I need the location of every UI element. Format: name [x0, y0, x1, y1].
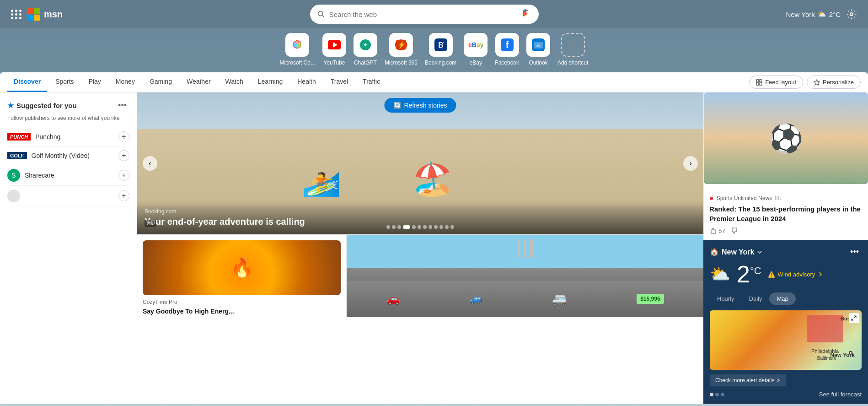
svg-rect-27	[760, 80, 762, 82]
like-button[interactable]: 57	[709, 227, 725, 234]
star-icon	[814, 79, 820, 86]
shortcut-add[interactable]: Add shortcut	[557, 33, 588, 66]
weather-alert-details-button[interactable]: Check more alert details	[710, 374, 786, 386]
weather-dot-2[interactable]	[715, 393, 719, 396]
tab-health[interactable]: Health	[291, 72, 322, 92]
side-article[interactable]: ⚽ ● Sports Unlimited News 8h Ranked: The…	[703, 92, 868, 240]
carousel-dot-7[interactable]	[423, 225, 427, 229]
search-input[interactable]	[329, 11, 515, 18]
tab-gaming[interactable]: Gaming	[143, 72, 178, 92]
weather-header: 🏠 New York •••	[710, 246, 862, 258]
shortcut-label-outlook: Outlook	[529, 60, 547, 66]
msn-logo[interactable]: msn	[27, 7, 63, 22]
alert-details-text: Check more alert details	[715, 377, 774, 384]
shortcut-outlook[interactable]: ✉ Outlook	[526, 33, 550, 66]
svg-text:✦: ✦	[363, 41, 368, 49]
carousel-dot-11[interactable]	[445, 225, 449, 229]
tab-play[interactable]: Play	[82, 72, 107, 92]
tab-learning[interactable]: Learning	[252, 72, 289, 92]
tab-discover[interactable]: Discover	[7, 72, 47, 92]
map-expand-button[interactable]	[849, 313, 859, 323]
weather-dot-1[interactable]	[710, 393, 713, 396]
carousel-dot-6[interactable]	[418, 225, 421, 229]
carousel-dot-5[interactable]	[412, 225, 416, 229]
weather-tab-hourly[interactable]: Hourly	[710, 292, 742, 305]
carousel-dot-9[interactable]	[434, 225, 438, 229]
nav-actions: Feed layout Personalize	[749, 76, 861, 89]
carousel-dot-3[interactable]	[397, 225, 401, 229]
dislike-button[interactable]	[730, 227, 738, 234]
weather-map[interactable]: Boston Philadelphia Baltimore New York	[710, 310, 862, 370]
carousel-dot-4[interactable]	[403, 225, 410, 229]
shortcut-microsoft-copilot[interactable]: Microsoft Co...	[280, 33, 315, 66]
card-cars[interactable]: 🚗 🚙 🚐 $15,995	[347, 235, 703, 321]
weather-location[interactable]: 🏠 New York	[710, 248, 762, 256]
add-publisher-punch[interactable]: +	[118, 131, 129, 142]
soccer-image: ⚽	[704, 92, 868, 184]
carousel-prev-button[interactable]: ‹	[143, 156, 157, 171]
search-bar[interactable]	[310, 5, 539, 24]
tab-sports[interactable]: Sports	[49, 72, 80, 92]
feed-layout-label: Feed layout	[765, 79, 796, 86]
add-publisher-extra[interactable]: +	[118, 190, 129, 201]
shortcut-label-youtube: YouTube	[323, 60, 345, 66]
shortcut-booking[interactable]: B • Booking.com	[425, 33, 456, 66]
search-icon	[317, 11, 325, 18]
see-full-forecast-link[interactable]: See full forecast	[819, 391, 862, 398]
settings-icon[interactable]	[846, 9, 857, 20]
app-grid-icon[interactable]	[11, 10, 22, 19]
weather-alert-badge: ⚠️ Wind advisory	[768, 271, 824, 278]
personalize-button[interactable]: Personalize	[807, 76, 861, 89]
carousel-dot-8[interactable]	[429, 225, 432, 229]
header-weather[interactable]: New York ⛅ 2°C	[786, 10, 841, 18]
tab-watch[interactable]: Watch	[219, 72, 250, 92]
publisher-item-sharecare: S Sharecare +	[7, 165, 129, 186]
hero-source: Booking.com	[145, 208, 696, 215]
weather-more-button[interactable]: •••	[847, 246, 862, 258]
feed-layout-button[interactable]: Feed layout	[749, 76, 803, 89]
shortcut-label-add: Add shortcut	[557, 60, 588, 66]
card-title-heater: Say Goodbye To High Energ...	[143, 307, 341, 315]
refresh-stories-button[interactable]: 🔄 Refresh stories	[384, 98, 456, 113]
shortcut-microsoft-365[interactable]: ⚡ Microsoft 365	[385, 33, 418, 66]
weather-dot-3[interactable]	[721, 393, 724, 396]
publisher-name-sharecare: Sharecare	[25, 172, 114, 179]
refresh-icon: 🔄	[393, 102, 401, 109]
svg-text:f: f	[505, 40, 509, 50]
header-left: msn	[11, 7, 63, 22]
weather-tab-daily[interactable]: Daily	[742, 292, 770, 305]
suggested-more-button[interactable]: •••	[115, 100, 129, 111]
carousel-dot-12[interactable]	[450, 225, 454, 229]
chevron-right-icon	[818, 271, 823, 277]
side-article-actions: 57	[709, 227, 863, 234]
carousel-next-button[interactable]: ›	[683, 156, 698, 171]
shortcut-chatgpt[interactable]: ✦ ChatGPT	[354, 33, 377, 66]
main-feed: 🏖️ 🏄 🔄 Refresh stories ‹ › Booking.com Y…	[137, 92, 703, 404]
tab-money[interactable]: Money	[109, 72, 141, 92]
carousel-dot-1[interactable]	[386, 225, 390, 229]
add-publisher-sharecare[interactable]: +	[118, 170, 129, 181]
card-source-heater: CozyTime Pro	[143, 299, 341, 305]
carousel-dot-2[interactable]	[392, 225, 396, 229]
thumbs-down-icon	[730, 227, 738, 234]
suggested-subtitle: Follow publishers to see more of what yo…	[7, 115, 129, 121]
shortcut-youtube[interactable]: YouTube	[322, 33, 346, 66]
side-article-body: ● Sports Unlimited News 8h Ranked: The 1…	[704, 189, 868, 240]
tab-weather[interactable]: Weather	[180, 72, 217, 92]
carousel-dot-10[interactable]	[439, 225, 443, 229]
add-publisher-golf[interactable]: +	[118, 150, 129, 161]
card-heater[interactable]: 🔥 CozyTime Pro Say Goodbye To High Energ…	[137, 235, 347, 321]
svg-rect-26	[756, 80, 759, 82]
weather-pagination-dots	[710, 393, 724, 396]
tab-travel[interactable]: Travel	[324, 72, 354, 92]
weather-tabs: Hourly Daily Map	[710, 292, 862, 305]
right-column: ⚽ ● Sports Unlimited News 8h Ranked: The…	[703, 92, 868, 404]
shortcuts-bar: Microsoft Co... YouTube ✦ ChatGPT ⚡	[0, 28, 868, 72]
tab-traffic[interactable]: Traffic	[356, 72, 386, 92]
weather-tab-map[interactable]: Map	[769, 292, 795, 305]
weather-footer: See full forecast	[710, 391, 862, 398]
shortcut-ebay[interactable]: eBay eBay	[464, 33, 488, 66]
svg-text:⚡: ⚡	[397, 41, 405, 49]
shortcut-facebook[interactable]: f Facebook	[495, 33, 519, 66]
main-container: Discover Sports Play Money Gaming Weathe…	[0, 72, 868, 404]
